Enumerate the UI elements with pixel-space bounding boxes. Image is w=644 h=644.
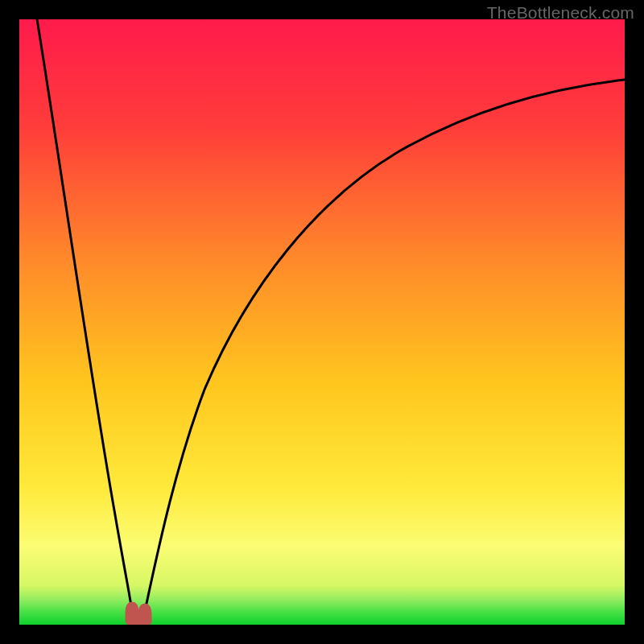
bottleneck-chart: [19, 19, 625, 625]
watermark-text: TheBottleneck.com: [487, 3, 634, 23]
chart-frame: [19, 19, 625, 625]
svg-rect-0: [130, 618, 147, 625]
gradient-background: [19, 19, 625, 625]
